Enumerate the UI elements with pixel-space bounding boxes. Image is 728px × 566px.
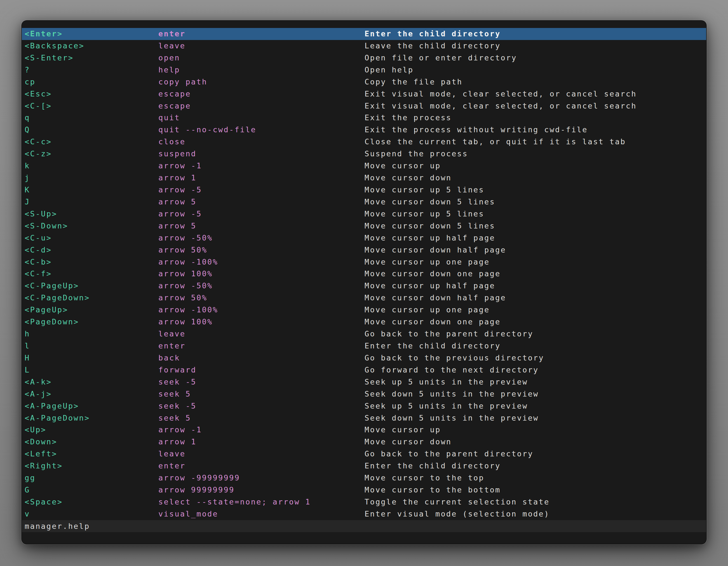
key-cell: <PageDown>: [25, 316, 158, 328]
keybind-row[interactable]: karrow -1Move cursor up: [22, 160, 706, 172]
keybind-row[interactable]: <Down>arrow 1Move cursor down: [22, 436, 706, 448]
command-cell: arrow 50%: [158, 244, 365, 256]
command-cell: leave: [158, 40, 365, 52]
key-cell: cp: [25, 76, 158, 88]
key-cell: <C-u>: [25, 232, 158, 244]
command-cell: arrow -5: [158, 184, 365, 196]
keybind-row[interactable]: vvisual_modeEnter visual mode (selection…: [22, 508, 706, 520]
command-cell: arrow 5: [158, 196, 365, 208]
keybind-row[interactable]: <C-u>arrow -50%Move cursor up half page: [22, 232, 706, 244]
keybind-row[interactable]: HbackGo back to the previous directory: [22, 352, 706, 364]
keybind-row[interactable]: cpcopy pathCopy the file path: [22, 76, 706, 88]
description-cell: Toggle the current selection state: [365, 496, 706, 508]
description-cell: Move cursor down 5 lines: [365, 220, 706, 232]
description-cell: Copy the file path: [365, 76, 706, 88]
keybind-row[interactable]: <A-PageUp>seek -5Seek up 5 units in the …: [22, 400, 706, 412]
keybind-row[interactable]: hleaveGo back to the parent directory: [22, 328, 706, 340]
keybind-row[interactable]: <C-z>suspendSuspend the process: [22, 148, 706, 160]
command-cell: leave: [158, 448, 365, 460]
key-cell: <C-f>: [25, 268, 158, 280]
description-cell: Exit the process without writing cwd-fil…: [365, 124, 706, 136]
keybind-row[interactable]: <S-Up>arrow -5Move cursor up 5 lines: [22, 208, 706, 220]
keybind-row[interactable]: <C-b>arrow -100%Move cursor up one page: [22, 256, 706, 268]
keybind-row[interactable]: <PageUp>arrow -100%Move cursor up one pa…: [22, 304, 706, 316]
keybind-row[interactable]: <S-Down>arrow 5Move cursor down 5 lines: [22, 220, 706, 232]
description-cell: Exit the process: [365, 112, 706, 124]
keybind-row[interactable]: <A-PageDown>seek 5Seek down 5 units in t…: [22, 412, 706, 424]
description-cell: Go forward to the next directory: [365, 364, 706, 376]
description-cell: Move cursor up 5 lines: [365, 184, 706, 196]
keybind-row[interactable]: <Left>leaveGo back to the parent directo…: [22, 448, 706, 460]
key-cell: G: [25, 484, 158, 496]
key-cell: q: [25, 112, 158, 124]
key-cell: <Space>: [25, 496, 158, 508]
keybind-row[interactable]: Jarrow 5Move cursor down 5 lines: [22, 196, 706, 208]
key-cell: <Up>: [25, 424, 158, 436]
keybind-row[interactable]: <C-PageUp>arrow -50%Move cursor up half …: [22, 280, 706, 292]
command-cell: quit --no-cwd-file: [158, 124, 365, 136]
keybind-row[interactable]: <Right>enterEnter the child directory: [22, 460, 706, 472]
keybind-row[interactable]: <Esc>escapeExit visual mode, clear selec…: [22, 88, 706, 100]
description-cell: Move cursor down one page: [365, 316, 706, 328]
keybind-row[interactable]: <S-Enter>openOpen file or enter director…: [22, 52, 706, 64]
keybind-row[interactable]: <C-d>arrow 50%Move cursor down half page: [22, 244, 706, 256]
key-cell: v: [25, 508, 158, 520]
command-cell: arrow 5: [158, 220, 365, 232]
command-cell: open: [158, 52, 365, 64]
keybind-row[interactable]: LforwardGo forward to the next directory: [22, 364, 706, 376]
command-cell: arrow 1: [158, 172, 365, 184]
keybind-row[interactable]: qquitExit the process: [22, 112, 706, 124]
keybind-row[interactable]: Garrow 99999999Move cursor to the bottom: [22, 484, 706, 496]
description-cell: Go back to the parent directory: [365, 448, 706, 460]
keybind-row[interactable]: <C-[>escapeExit visual mode, clear selec…: [22, 100, 706, 112]
key-cell: <A-PageDown>: [25, 412, 158, 424]
description-cell: Close the current tab, or quit if it is …: [365, 136, 706, 148]
command-cell: arrow 50%: [158, 292, 365, 304]
key-cell: J: [25, 196, 158, 208]
key-cell: <Esc>: [25, 88, 158, 100]
description-cell: Move cursor to the bottom: [365, 484, 706, 496]
description-cell: Move cursor up one page: [365, 304, 706, 316]
keybind-row[interactable]: <Backspace>leaveLeave the child director…: [22, 40, 706, 52]
description-cell: Suspend the process: [365, 148, 706, 160]
command-cell: seek 5: [158, 388, 365, 400]
command-cell: escape: [158, 88, 365, 100]
keybind-row[interactable]: <A-k>seek -5Seek up 5 units in the previ…: [22, 376, 706, 388]
key-cell: ?: [25, 64, 158, 76]
key-cell: L: [25, 364, 158, 376]
key-cell: K: [25, 184, 158, 196]
keybind-row[interactable]: ggarrow -99999999Move cursor to the top: [22, 472, 706, 484]
keybind-row[interactable]: <C-PageDown>arrow 50%Move cursor down ha…: [22, 292, 706, 304]
keybind-row[interactable]: <C-c>closeClose the current tab, or quit…: [22, 136, 706, 148]
command-cell: enter: [158, 28, 365, 40]
keybind-row[interactable]: <C-f>arrow 100%Move cursor down one page: [22, 268, 706, 280]
description-cell: Move cursor up: [365, 424, 706, 436]
keybind-row[interactable]: <Up>arrow -1Move cursor up: [22, 424, 706, 436]
keybind-row[interactable]: Karrow -5Move cursor up 5 lines: [22, 184, 706, 196]
command-cell: arrow -50%: [158, 280, 365, 292]
key-cell: h: [25, 328, 158, 340]
command-cell: escape: [158, 100, 365, 112]
keybind-row[interactable]: Qquit --no-cwd-fileExit the process with…: [22, 124, 706, 136]
description-cell: Go back to the previous directory: [365, 352, 706, 364]
terminal-window[interactable]: <Enter>enterEnter the child directory<Ba…: [22, 21, 706, 544]
key-cell: <PageUp>: [25, 304, 158, 316]
description-cell: Exit visual mode, clear selected, or can…: [365, 100, 706, 112]
keybind-row[interactable]: jarrow 1Move cursor down: [22, 172, 706, 184]
command-cell: arrow -1: [158, 160, 365, 172]
keybind-row[interactable]: <Space>select --state=none; arrow 1Toggl…: [22, 496, 706, 508]
command-cell: leave: [158, 328, 365, 340]
keybind-row[interactable]: ?helpOpen help: [22, 64, 706, 76]
key-cell: <S-Up>: [25, 208, 158, 220]
keybind-row[interactable]: <PageDown>arrow 100%Move cursor down one…: [22, 316, 706, 328]
status-bar: manager.help: [22, 520, 706, 532]
key-cell: <Right>: [25, 460, 158, 472]
keybind-row-selected[interactable]: <Enter>enterEnter the child directory: [22, 28, 706, 40]
command-cell: select --state=none; arrow 1: [158, 496, 365, 508]
description-cell: Move cursor down one page: [365, 268, 706, 280]
keybind-row[interactable]: lenterEnter the child directory: [22, 340, 706, 352]
keybind-row[interactable]: <A-j>seek 5Seek down 5 units in the prev…: [22, 388, 706, 400]
command-cell: arrow -1: [158, 424, 365, 436]
description-cell: Leave the child directory: [365, 40, 706, 52]
description-cell: Move cursor down: [365, 172, 706, 184]
